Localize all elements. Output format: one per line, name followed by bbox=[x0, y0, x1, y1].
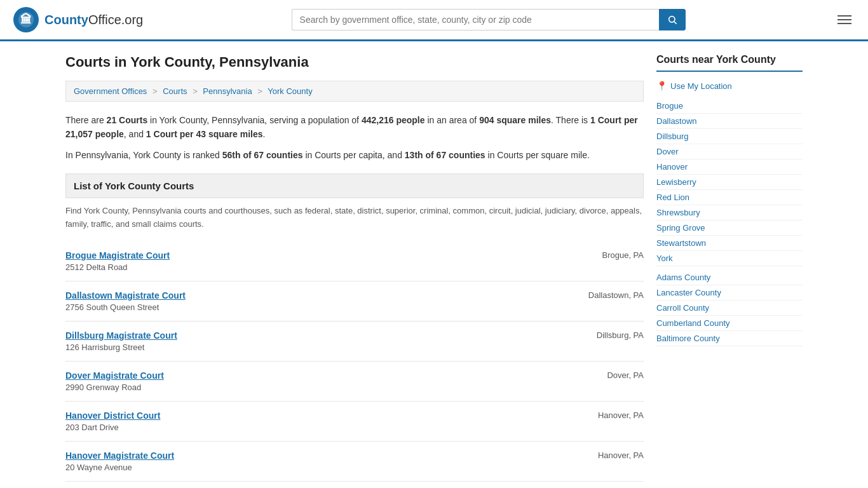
court-address: 126 Harrisburg Street bbox=[65, 342, 177, 352]
sidebar-county-link[interactable]: Lancaster County bbox=[656, 285, 803, 301]
sidebar-city-link[interactable]: Hanover bbox=[656, 159, 803, 175]
breadcrumb-link-pa[interactable]: Pennsylvania bbox=[203, 86, 252, 96]
sidebar-city-link[interactable]: Brogue bbox=[656, 98, 803, 114]
court-item: Dallastown Magistrate Court 2756 South Q… bbox=[65, 281, 644, 322]
sidebar-city-link[interactable]: Dallastown bbox=[656, 114, 803, 129]
main-container: Courts in York County, Pennsylvania Gove… bbox=[53, 41, 815, 488]
menu-line bbox=[837, 15, 851, 17]
breadcrumb-sep: > bbox=[257, 86, 262, 96]
court-city: Hanover, PA bbox=[598, 410, 644, 420]
sidebar-county-link[interactable]: Baltimore County bbox=[656, 331, 803, 346]
logo-icon: 🏛 bbox=[13, 6, 39, 33]
sidebar-city-link[interactable]: Dillsburg bbox=[656, 129, 803, 144]
page-title: Courts in York County, Pennsylvania bbox=[65, 54, 644, 71]
location-pin-icon: 📍 bbox=[656, 81, 667, 91]
court-city: Dillsburg, PA bbox=[597, 330, 644, 340]
sidebar-cities-list: BrogueDallastownDillsburgDoverHanoverLew… bbox=[656, 98, 803, 266]
court-address: 2990 Grenway Road bbox=[65, 383, 164, 392]
breadcrumb: Government Offices > Courts > Pennsylvan… bbox=[65, 81, 644, 102]
courts-list: Brogue Magistrate Court 2512 Delta Road … bbox=[65, 241, 644, 482]
sidebar-city-link[interactable]: Red Lion bbox=[656, 190, 803, 205]
search-button[interactable] bbox=[659, 9, 686, 30]
breadcrumb-link-courts[interactable]: Courts bbox=[163, 86, 187, 96]
stats-paragraph-2: In Pennsylvania, York County is ranked 5… bbox=[65, 148, 644, 162]
court-city: Hanover, PA bbox=[598, 451, 644, 460]
court-name-link[interactable]: Dillsburg Magistrate Court bbox=[65, 330, 177, 341]
court-address: 2512 Delta Road bbox=[65, 262, 170, 272]
menu-line bbox=[837, 23, 851, 24]
sidebar-counties-list: Adams CountyLancaster CountyCarroll Coun… bbox=[656, 270, 803, 346]
svg-point-3 bbox=[668, 17, 674, 22]
court-item: Brogue Magistrate Court 2512 Delta Road … bbox=[65, 241, 644, 281]
breadcrumb-sep: > bbox=[193, 86, 198, 96]
sidebar-city-link[interactable]: Lewisberry bbox=[656, 175, 803, 190]
court-name-link[interactable]: Brogue Magistrate Court bbox=[65, 250, 170, 261]
court-address: 203 Dart Drive bbox=[65, 423, 160, 432]
court-city: Dallastown, PA bbox=[588, 290, 644, 300]
sidebar-city-link[interactable]: Shrewsbury bbox=[656, 205, 803, 220]
search-icon bbox=[667, 15, 677, 25]
court-address: 2756 South Queen Street bbox=[65, 302, 186, 312]
menu-button[interactable] bbox=[834, 11, 855, 28]
sidebar-city-link[interactable]: Dover bbox=[656, 144, 803, 159]
list-description: Find York County, Pennsylvania courts an… bbox=[65, 205, 644, 231]
court-name-link[interactable]: Dallastown Magistrate Court bbox=[65, 290, 186, 301]
breadcrumb-sep: > bbox=[153, 86, 158, 96]
search-area bbox=[292, 9, 686, 30]
court-item: Dillsburg Magistrate Court 126 Harrisbur… bbox=[65, 322, 644, 362]
court-address: 20 Wayne Avenue bbox=[65, 463, 174, 472]
court-name-link[interactable]: Hanover District Court bbox=[65, 410, 160, 421]
svg-line-4 bbox=[674, 22, 677, 24]
sidebar: Courts near York County 📍 Use My Locatio… bbox=[656, 54, 803, 482]
sidebar-county-link[interactable]: Carroll County bbox=[656, 301, 803, 316]
court-item: Hanover Magistrate Court 20 Wayne Avenue… bbox=[65, 442, 644, 482]
court-item: Hanover District Court 203 Dart Drive Ha… bbox=[65, 402, 644, 442]
court-city: Dover, PA bbox=[607, 370, 644, 380]
sidebar-county-link[interactable]: Adams County bbox=[656, 270, 803, 285]
court-city: Brogue, PA bbox=[602, 250, 644, 260]
sidebar-county-link[interactable]: Cumberland County bbox=[656, 316, 803, 331]
sidebar-title: Courts near York County bbox=[656, 54, 803, 72]
sidebar-city-link[interactable]: York bbox=[656, 251, 803, 266]
breadcrumb-link-gov[interactable]: Government Offices bbox=[74, 86, 147, 96]
stats-paragraph-1: There are 21 Courts in York County, Penn… bbox=[65, 113, 644, 142]
sidebar-city-link[interactable]: Stewartstown bbox=[656, 236, 803, 251]
content-area: Courts in York County, Pennsylvania Gove… bbox=[65, 54, 644, 482]
svg-text:🏛: 🏛 bbox=[20, 13, 32, 26]
breadcrumb-link-york[interactable]: York County bbox=[268, 86, 312, 96]
logo-area: 🏛 CountyOffice.org bbox=[13, 6, 143, 33]
court-item: Dover Magistrate Court 2990 Grenway Road… bbox=[65, 362, 644, 402]
list-section-header: List of York County Courts bbox=[65, 173, 644, 198]
site-header: 🏛 CountyOffice.org bbox=[0, 0, 868, 41]
logo-text: CountyOffice.org bbox=[44, 13, 143, 27]
search-input[interactable] bbox=[292, 9, 659, 30]
menu-line bbox=[837, 19, 851, 20]
use-location-link[interactable]: 📍 Use My Location bbox=[656, 81, 803, 91]
court-name-link[interactable]: Dover Magistrate Court bbox=[65, 370, 164, 381]
sidebar-city-link[interactable]: Spring Grove bbox=[656, 220, 803, 236]
court-name-link[interactable]: Hanover Magistrate Court bbox=[65, 451, 174, 461]
